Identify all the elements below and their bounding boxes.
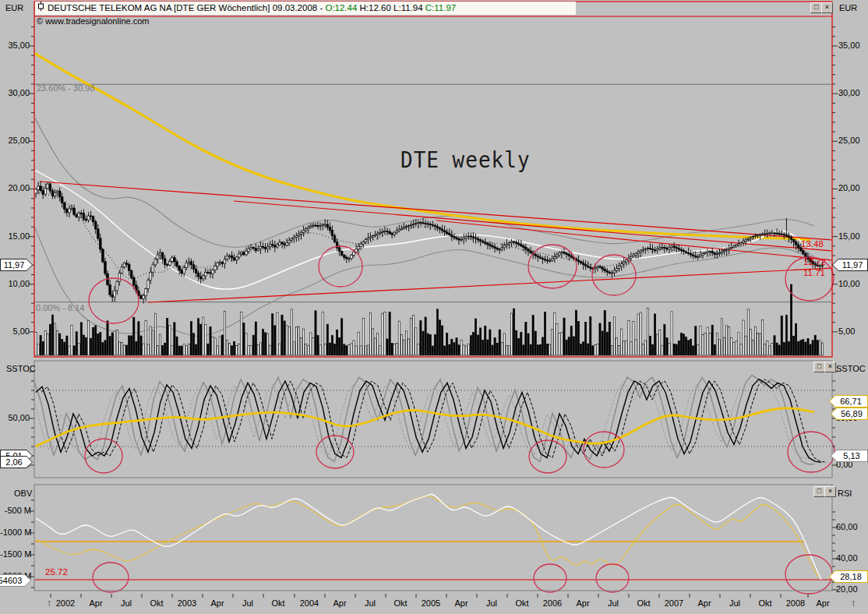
x-axis-label: 2002 — [50, 598, 81, 608]
trendline-price-label: 13.48 — [801, 239, 824, 249]
axis-ticks — [29, 27, 838, 598]
price-axis-label: 25,00 — [838, 136, 868, 145]
price-axis-label: 30,00 — [838, 88, 868, 97]
x-axis-label: 2007 — [658, 598, 690, 608]
x-axis-label: 2005 — [415, 598, 446, 608]
chart-application: EUR EUR DEUTSCHE TELEKOM AG NA [DTE GER … — [0, 0, 868, 614]
rsi-panel-title: RSI — [838, 489, 852, 498]
fib-label-upper: 23.60% - 30.98 — [37, 83, 95, 93]
x-axis-label: Jul — [111, 598, 142, 608]
rsi-alert-label: 25.72 — [45, 567, 68, 577]
x-axis-label: 2003 — [171, 598, 203, 608]
x-axis-label: Apr — [567, 598, 598, 608]
x-axis-label: Jul — [719, 598, 750, 608]
price-axis-label: 20,00 — [2, 183, 30, 192]
candlestick-instrument-icon — [37, 2, 44, 15]
obv-axis-label: -500 M — [0, 506, 31, 515]
price-axis-label: 5,00 — [2, 326, 30, 336]
x-axis-label: Okt — [506, 598, 538, 608]
obv-axis-label: -1000 M — [0, 528, 31, 537]
instrument-title: DEUTSCHE TELEKOM AG NA [DTE GER Wöchentl… — [48, 3, 323, 12]
x-axis-label: Okt — [263, 598, 294, 608]
chart-canvas — [0, 0, 868, 614]
price-axis-label: 30,00 — [2, 88, 30, 97]
rsi-axis-label: 40,00 — [836, 553, 867, 563]
x-axis-label: Jul — [476, 598, 507, 608]
sstoc-value-tag: 2,06 — [0, 456, 33, 468]
x-axis-label: 2004 — [294, 598, 325, 608]
chart-annotation: DTE weekly — [400, 147, 531, 172]
price-axis-label: 5,00 — [838, 326, 868, 336]
close-icon[interactable]: × — [824, 486, 836, 497]
maximize-button[interactable]: □ — [813, 486, 825, 497]
last-price-tag-left: 11,97 — [0, 259, 33, 271]
sstoc-panel-title-right: SSTOC — [836, 364, 866, 373]
x-axis-label: Okt — [750, 598, 781, 608]
rsi-axis-label: 20,00 — [836, 584, 867, 594]
sstoc-lines — [23, 376, 827, 464]
last-price-tag-right: 11,97 — [832, 259, 868, 271]
x-axis-label: Apr — [689, 598, 720, 608]
x-axis-label: Jul — [598, 598, 629, 608]
x-axis-label: Okt — [385, 598, 416, 608]
obv-axis-label: -1500 M — [0, 549, 31, 559]
fib-label-lower: 0.00% - 8.14 — [36, 303, 84, 312]
instrument-title-bar: DEUTSCHE TELEKOM AG NA [DTE GER Wöchentl… — [35, 2, 576, 15]
x-axis-label: Okt — [141, 598, 172, 608]
sstoc-panel-title-left: SSTOC — [6, 364, 36, 373]
sstoc-low-value-tag: 5,13 — [831, 450, 868, 462]
price-axis-label: 10,00 — [838, 279, 868, 288]
price-axis-label: 20,00 — [838, 183, 868, 192]
price-axis-label: 25,00 — [2, 136, 30, 145]
open-value: O:12.44 — [325, 3, 357, 12]
trendline-price-label: 12.72 — [803, 257, 826, 266]
price-axis-label: 15,00 — [838, 231, 868, 241]
sstoc-axis-label: 50,00 — [2, 413, 30, 422]
obv-value-tag: 54603 — [0, 574, 31, 587]
scroll-up-icon[interactable]: ↑ — [851, 597, 856, 609]
price-axis-label: 35,00 — [2, 41, 30, 50]
maximize-button[interactable]: □ — [810, 2, 822, 13]
trendline-price-label: 11.71 — [803, 268, 825, 277]
watermark: © www.tradesignalonline.com — [37, 16, 149, 26]
obv-rsi-lines — [34, 495, 832, 580]
close-value: C:11.97 — [425, 3, 456, 12]
axis-unit-right: EUR — [839, 3, 857, 12]
x-axis-label: Apr — [202, 598, 233, 608]
sstoc-yellow-value-tag: 66,71 — [829, 395, 868, 408]
obv-panel-title: OBV — [14, 489, 32, 498]
x-axis-label: Apr — [80, 598, 111, 608]
price-axis-label: 15,00 — [2, 231, 30, 241]
rsi-axis-label: 60,00 — [836, 522, 867, 531]
x-axis-label: Apr — [324, 598, 355, 608]
maximize-button[interactable]: □ — [813, 362, 825, 372]
x-axis-label: Jul — [232, 598, 263, 608]
sstoc-yellow-value-tag: 56,89 — [831, 408, 868, 420]
x-axis-label: Jul — [355, 598, 386, 608]
price-axis-label: 10,00 — [2, 279, 30, 288]
close-icon[interactable]: × — [821, 2, 833, 13]
axis-unit-left: EUR — [5, 3, 23, 12]
close-icon[interactable]: × — [824, 362, 836, 372]
x-axis-label: 2006 — [537, 598, 568, 608]
volume-bars — [35, 284, 824, 355]
high-low-values: H:12.60 L:11.94 — [360, 3, 423, 12]
candlesticks — [35, 182, 824, 304]
x-axis-label: Okt — [628, 598, 659, 608]
rsi-value-tag: 28,18 — [829, 570, 868, 583]
x-axis-label: Apr — [446, 598, 477, 608]
red-trendlines — [40, 182, 832, 302]
price-axis-label: 35,00 — [838, 41, 868, 50]
panel-borders — [34, 2, 832, 591]
x-axis-label: Apr — [807, 598, 838, 608]
x-axis-label: 2008 — [780, 598, 811, 608]
signal-circles-obv — [93, 555, 832, 594]
